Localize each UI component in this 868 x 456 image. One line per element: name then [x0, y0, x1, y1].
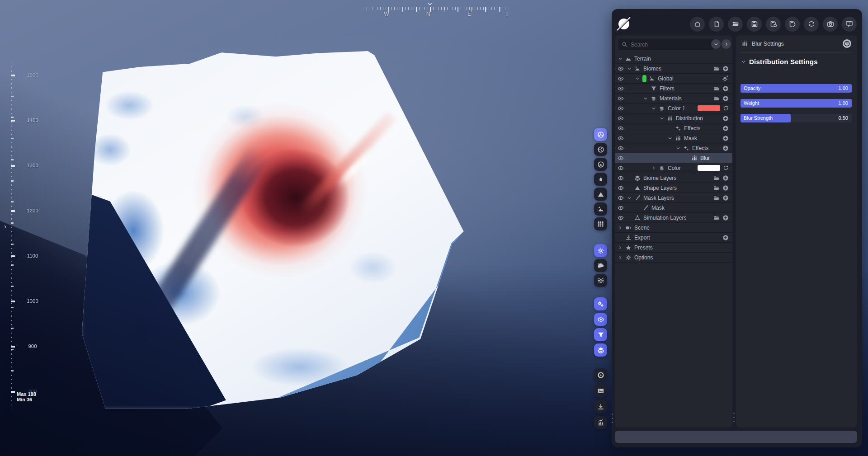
chevron-right-icon[interactable] — [651, 165, 659, 171]
chevron-down-icon[interactable] — [659, 116, 667, 121]
search-input[interactable] — [630, 41, 711, 48]
section-header-distribution-settings[interactable]: Distribution Settings — [741, 58, 818, 66]
visibility-eye-icon[interactable] — [618, 175, 627, 181]
add-button[interactable] — [722, 95, 729, 102]
tree-item-color[interactable]: Color — [615, 163, 732, 173]
chevron-right-icon[interactable] — [618, 245, 625, 250]
add-button[interactable] — [722, 185, 729, 191]
tree-item-simulation-layers[interactable]: Simulation Layers — [615, 213, 732, 223]
new-file-button[interactable] — [709, 17, 724, 32]
tree-item-options[interactable]: Options — [615, 253, 732, 263]
tree-item-distribution[interactable]: Distribution — [615, 113, 732, 123]
chevron-down-icon[interactable] — [675, 146, 683, 151]
side-tool-grid-button[interactable] — [594, 217, 607, 230]
left-panel-expand-button[interactable]: › — [4, 222, 6, 230]
side-tool-layers-button[interactable] — [594, 343, 607, 357]
chevron-right-icon[interactable] — [618, 225, 625, 230]
side-tool-funnel-button[interactable] — [594, 328, 607, 341]
add-button[interactable] — [722, 125, 729, 132]
side-tool-flame-button[interactable] — [594, 173, 607, 186]
visibility-eye-icon[interactable] — [618, 165, 627, 171]
refresh-icon[interactable] — [723, 165, 729, 171]
side-tool-record-button[interactable] — [594, 368, 607, 381]
folder-icon[interactable] — [713, 215, 720, 221]
tree-item-color-1[interactable]: Color 1 — [615, 103, 732, 113]
help-button[interactable]: ? — [842, 17, 857, 32]
tree-item-terrain[interactable]: Terrain — [615, 54, 732, 64]
tree-item-effects[interactable]: Effects — [615, 123, 732, 133]
visibility-eye-icon[interactable] — [618, 95, 627, 102]
chevron-down-icon[interactable] — [643, 96, 651, 101]
sync-button[interactable] — [804, 17, 819, 32]
color-swatch[interactable] — [698, 165, 720, 171]
subpanel-divider-handle[interactable] — [733, 413, 735, 422]
side-tool-sphere-button[interactable] — [594, 143, 607, 156]
side-tool-download-button[interactable] — [594, 400, 607, 413]
side-tool-gears-button[interactable] — [594, 297, 607, 310]
visibility-eye-icon[interactable] — [618, 105, 627, 112]
folder-icon[interactable] — [713, 175, 720, 181]
side-tool-stats-button[interactable] — [594, 416, 607, 429]
side-tool-image-button[interactable] — [594, 384, 607, 397]
tree-item-biomes[interactable]: Biomes — [615, 64, 732, 74]
visibility-eye-icon[interactable] — [618, 135, 627, 141]
open-folder-button[interactable] — [728, 17, 743, 32]
add-button[interactable] — [722, 115, 729, 122]
add-button[interactable] — [722, 135, 729, 141]
side-tool-gear-button[interactable] — [594, 244, 607, 257]
chevron-down-icon[interactable] — [635, 76, 642, 81]
add-button[interactable] — [722, 235, 729, 241]
tree-item-presets[interactable]: Presets — [615, 243, 732, 253]
visibility-eye-icon[interactable] — [618, 155, 627, 161]
slider-opacity[interactable]: Opacity1.00 — [741, 84, 852, 93]
side-tool-shape-button[interactable] — [594, 188, 607, 201]
visibility-eye-icon[interactable] — [618, 215, 627, 221]
slider-blur-strength[interactable]: Blur Strength0.50 — [741, 114, 852, 122]
panel-resize-handle[interactable] — [612, 414, 613, 423]
side-tool-globe-button[interactable] — [594, 158, 607, 171]
visibility-eye-icon[interactable] — [618, 205, 627, 211]
visibility-eye-icon[interactable] — [618, 195, 627, 201]
expand-all-button[interactable] — [711, 39, 721, 49]
save-as-button[interactable] — [766, 17, 781, 32]
chevron-down-icon[interactable] — [627, 195, 634, 201]
visibility-eye-icon[interactable] — [618, 66, 627, 72]
tree-item-scene[interactable]: Scene — [615, 223, 732, 233]
tree-item-mask-layers[interactable]: Mask Layers — [615, 193, 732, 203]
folder-icon[interactable] — [713, 95, 720, 102]
refresh-icon[interactable] — [723, 105, 729, 111]
add-button[interactable] — [722, 215, 729, 221]
visibility-eye-icon[interactable] — [618, 145, 627, 151]
visibility-eye-icon[interactable] — [618, 125, 627, 132]
folder-icon[interactable] — [713, 66, 720, 72]
chevron-right-icon[interactable] — [618, 255, 625, 260]
tree-item-materials[interactable]: Materials — [615, 94, 732, 103]
chevron-down-icon[interactable] — [667, 136, 675, 141]
tree-item-export[interactable]: Export — [615, 233, 732, 243]
side-tool-cloud-button[interactable] — [594, 259, 607, 272]
save-edit-button[interactable] — [785, 17, 800, 32]
visibility-eye-icon[interactable] — [618, 85, 627, 92]
visibility-eye-icon[interactable] — [618, 115, 627, 122]
power-toggle-button[interactable] — [842, 39, 852, 48]
chevron-down-icon[interactable] — [627, 66, 634, 71]
save-button[interactable] — [747, 17, 762, 32]
add-button[interactable] — [722, 145, 729, 151]
chevron-down-icon[interactable] — [651, 106, 659, 111]
tree-item-mask[interactable]: Mask — [615, 133, 732, 143]
search-box[interactable] — [618, 39, 714, 50]
camera-button[interactable] — [823, 17, 838, 32]
chevron-down-icon[interactable] — [618, 56, 625, 61]
side-tool-biome-button[interactable] — [594, 202, 607, 216]
add-button[interactable] — [722, 175, 729, 181]
slider-weight[interactable]: Weight1.00 — [741, 99, 852, 108]
folder-icon[interactable] — [713, 185, 720, 191]
folder-icon[interactable] — [713, 85, 720, 92]
add-button[interactable] — [722, 66, 729, 72]
tree-item-blur[interactable]: Blur — [615, 153, 732, 163]
tree-item-shape-layers[interactable]: Shape Layers — [615, 183, 732, 193]
tree-item-effects[interactable]: Effects — [615, 143, 732, 153]
add-button[interactable] — [722, 85, 729, 92]
side-tool-waves-button[interactable] — [594, 274, 607, 287]
visibility-eye-icon[interactable] — [618, 185, 627, 191]
